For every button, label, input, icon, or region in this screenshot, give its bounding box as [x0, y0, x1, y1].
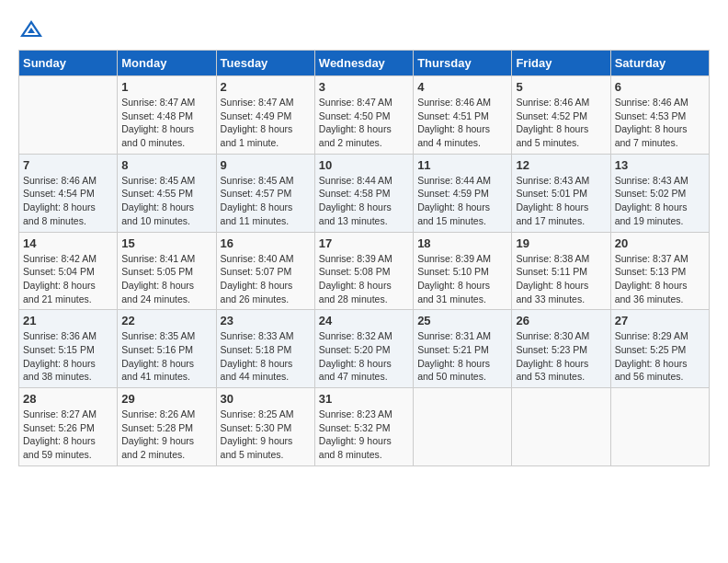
day-info: Sunrise: 8:36 AM Sunset: 5:15 PM Dayligh… — [23, 329, 113, 384]
day-number: 10 — [319, 158, 409, 172]
day-number: 31 — [319, 392, 409, 406]
day-info: Sunrise: 8:47 AM Sunset: 4:49 PM Dayligh… — [221, 96, 311, 150]
day-cell: 15Sunrise: 8:41 AM Sunset: 5:05 PM Dayli… — [118, 232, 216, 310]
day-cell: 7Sunrise: 8:46 AM Sunset: 4:54 PM Daylig… — [19, 154, 118, 232]
day-cell: 26Sunrise: 8:30 AM Sunset: 5:23 PM Dayli… — [512, 310, 610, 388]
day-info: Sunrise: 8:46 AM Sunset: 4:53 PM Dayligh… — [615, 96, 705, 150]
calendar-table: SundayMondayTuesdayWednesdayThursdayFrid… — [18, 50, 710, 466]
day-cell: 20Sunrise: 8:37 AM Sunset: 5:13 PM Dayli… — [610, 232, 709, 310]
day-number: 18 — [417, 236, 507, 250]
day-cell: 19Sunrise: 8:38 AM Sunset: 5:11 PM Dayli… — [512, 232, 610, 310]
week-row-4: 21Sunrise: 8:36 AM Sunset: 5:15 PM Dayli… — [19, 310, 710, 388]
day-number: 5 — [516, 80, 606, 94]
day-info: Sunrise: 8:45 AM Sunset: 4:57 PM Dayligh… — [221, 174, 311, 228]
day-number: 7 — [23, 158, 113, 172]
logo-icon — [18, 18, 44, 40]
day-number: 28 — [23, 392, 113, 406]
day-cell — [610, 388, 709, 466]
day-cell: 28Sunrise: 8:27 AM Sunset: 5:26 PM Dayli… — [19, 388, 118, 466]
day-number: 23 — [221, 314, 311, 327]
week-row-1: 1Sunrise: 8:47 AM Sunset: 4:48 PM Daylig… — [19, 76, 710, 155]
day-info: Sunrise: 8:47 AM Sunset: 4:50 PM Dayligh… — [319, 96, 409, 150]
day-number: 8 — [121, 158, 211, 172]
day-cell: 23Sunrise: 8:33 AM Sunset: 5:18 PM Dayli… — [216, 310, 314, 388]
day-info: Sunrise: 8:38 AM Sunset: 5:11 PM Dayligh… — [516, 252, 606, 306]
day-cell: 27Sunrise: 8:29 AM Sunset: 5:25 PM Dayli… — [610, 310, 709, 388]
day-number: 21 — [23, 314, 113, 327]
day-info: Sunrise: 8:26 AM Sunset: 5:28 PM Dayligh… — [121, 408, 211, 462]
day-cell: 3Sunrise: 8:47 AM Sunset: 4:50 PM Daylig… — [314, 76, 413, 155]
week-row-5: 28Sunrise: 8:27 AM Sunset: 5:26 PM Dayli… — [19, 388, 710, 466]
day-number: 17 — [319, 236, 409, 250]
day-info: Sunrise: 8:32 AM Sunset: 5:20 PM Dayligh… — [319, 329, 409, 384]
day-info: Sunrise: 8:47 AM Sunset: 4:48 PM Dayligh… — [121, 96, 211, 150]
day-cell: 31Sunrise: 8:23 AM Sunset: 5:32 PM Dayli… — [314, 388, 413, 466]
day-number: 16 — [221, 236, 311, 250]
day-number: 27 — [615, 314, 705, 327]
page-header — [18, 18, 710, 40]
day-cell: 14Sunrise: 8:42 AM Sunset: 5:04 PM Dayli… — [19, 232, 118, 310]
col-header-thursday: Thursday — [414, 51, 512, 76]
day-info: Sunrise: 8:29 AM Sunset: 5:25 PM Dayligh… — [615, 329, 705, 384]
day-number: 20 — [615, 236, 705, 250]
header-row: SundayMondayTuesdayWednesdayThursdayFrid… — [19, 51, 710, 76]
day-number: 30 — [221, 392, 311, 406]
day-cell: 18Sunrise: 8:39 AM Sunset: 5:10 PM Dayli… — [414, 232, 512, 310]
week-row-3: 14Sunrise: 8:42 AM Sunset: 5:04 PM Dayli… — [19, 232, 710, 310]
day-cell: 10Sunrise: 8:44 AM Sunset: 4:58 PM Dayli… — [314, 154, 413, 232]
col-header-saturday: Saturday — [610, 51, 709, 76]
day-cell: 17Sunrise: 8:39 AM Sunset: 5:08 PM Dayli… — [314, 232, 413, 310]
day-number: 19 — [516, 236, 606, 250]
day-cell: 8Sunrise: 8:45 AM Sunset: 4:55 PM Daylig… — [118, 154, 216, 232]
day-cell: 1Sunrise: 8:47 AM Sunset: 4:48 PM Daylig… — [118, 76, 216, 155]
day-info: Sunrise: 8:46 AM Sunset: 4:51 PM Dayligh… — [417, 96, 507, 150]
day-number: 15 — [121, 236, 211, 250]
day-cell — [414, 388, 512, 466]
day-cell: 11Sunrise: 8:44 AM Sunset: 4:59 PM Dayli… — [414, 154, 512, 232]
day-cell: 5Sunrise: 8:46 AM Sunset: 4:52 PM Daylig… — [512, 76, 610, 155]
day-number: 22 — [121, 314, 211, 327]
day-info: Sunrise: 8:25 AM Sunset: 5:30 PM Dayligh… — [221, 408, 311, 462]
day-info: Sunrise: 8:39 AM Sunset: 5:08 PM Dayligh… — [319, 252, 409, 306]
day-cell: 21Sunrise: 8:36 AM Sunset: 5:15 PM Dayli… — [19, 310, 118, 388]
day-number: 14 — [23, 236, 113, 250]
day-info: Sunrise: 8:46 AM Sunset: 4:54 PM Dayligh… — [23, 174, 113, 228]
day-number: 11 — [417, 158, 507, 172]
day-cell — [512, 388, 610, 466]
day-number: 3 — [319, 80, 409, 94]
day-cell — [19, 76, 118, 155]
day-info: Sunrise: 8:45 AM Sunset: 4:55 PM Dayligh… — [121, 174, 211, 228]
day-info: Sunrise: 8:37 AM Sunset: 5:13 PM Dayligh… — [615, 252, 705, 306]
day-info: Sunrise: 8:41 AM Sunset: 5:05 PM Dayligh… — [121, 252, 211, 306]
day-cell: 6Sunrise: 8:46 AM Sunset: 4:53 PM Daylig… — [610, 76, 709, 155]
day-cell: 29Sunrise: 8:26 AM Sunset: 5:28 PM Dayli… — [118, 388, 216, 466]
day-cell: 24Sunrise: 8:32 AM Sunset: 5:20 PM Dayli… — [314, 310, 413, 388]
col-header-tuesday: Tuesday — [216, 51, 314, 76]
day-info: Sunrise: 8:44 AM Sunset: 4:59 PM Dayligh… — [417, 174, 507, 228]
day-info: Sunrise: 8:39 AM Sunset: 5:10 PM Dayligh… — [417, 252, 507, 306]
week-row-2: 7Sunrise: 8:46 AM Sunset: 4:54 PM Daylig… — [19, 154, 710, 232]
day-cell: 16Sunrise: 8:40 AM Sunset: 5:07 PM Dayli… — [216, 232, 314, 310]
day-cell: 4Sunrise: 8:46 AM Sunset: 4:51 PM Daylig… — [414, 76, 512, 155]
col-header-friday: Friday — [512, 51, 610, 76]
day-cell: 30Sunrise: 8:25 AM Sunset: 5:30 PM Dayli… — [216, 388, 314, 466]
day-number: 25 — [417, 314, 507, 327]
day-number: 2 — [221, 80, 311, 94]
day-number: 9 — [221, 158, 311, 172]
day-number: 12 — [516, 158, 606, 172]
day-number: 13 — [615, 158, 705, 172]
day-cell: 2Sunrise: 8:47 AM Sunset: 4:49 PM Daylig… — [216, 76, 314, 155]
day-info: Sunrise: 8:43 AM Sunset: 5:01 PM Dayligh… — [516, 174, 606, 228]
day-cell: 9Sunrise: 8:45 AM Sunset: 4:57 PM Daylig… — [216, 154, 314, 232]
day-cell: 12Sunrise: 8:43 AM Sunset: 5:01 PM Dayli… — [512, 154, 610, 232]
col-header-monday: Monday — [118, 51, 216, 76]
day-number: 4 — [417, 80, 507, 94]
day-info: Sunrise: 8:23 AM Sunset: 5:32 PM Dayligh… — [319, 408, 409, 462]
day-cell: 22Sunrise: 8:35 AM Sunset: 5:16 PM Dayli… — [118, 310, 216, 388]
day-number: 26 — [516, 314, 606, 327]
day-info: Sunrise: 8:42 AM Sunset: 5:04 PM Dayligh… — [23, 252, 113, 306]
day-info: Sunrise: 8:31 AM Sunset: 5:21 PM Dayligh… — [417, 329, 507, 384]
calendar-header: SundayMondayTuesdayWednesdayThursdayFrid… — [19, 51, 710, 76]
day-number: 6 — [615, 80, 705, 94]
day-info: Sunrise: 8:46 AM Sunset: 4:52 PM Dayligh… — [516, 96, 606, 150]
